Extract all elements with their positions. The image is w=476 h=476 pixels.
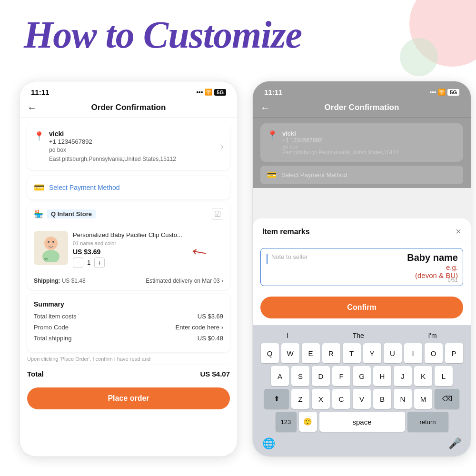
right-remarks-example: Baby name e.g. (devon & BU) bbox=[407, 252, 458, 279]
key-h[interactable]: H bbox=[373, 366, 391, 386]
left-total-label: Total bbox=[27, 370, 44, 378]
left-shipping-label: Shipping: bbox=[34, 278, 60, 284]
left-phone: 11:11 ▪▪▪ 🛜 5G ← Order Confirmation 📍 vi… bbox=[19, 81, 238, 457]
left-back-button[interactable]: ← bbox=[27, 102, 37, 113]
right-char-count: 0/51 bbox=[448, 277, 458, 283]
left-status-icons: ▪▪▪ 🛜 5G bbox=[196, 89, 226, 96]
key-d[interactable]: D bbox=[312, 366, 330, 386]
left-qty-minus[interactable]: − bbox=[73, 258, 83, 268]
right-keyboard: I The I'm Q W E R T Y U I O P A S D bbox=[253, 325, 471, 456]
key-mic[interactable]: 🎤 bbox=[448, 437, 461, 450]
key-emoji[interactable]: 🙂 bbox=[299, 412, 317, 432]
right-confirm-button[interactable]: Confirm bbox=[260, 297, 463, 318]
right-keyboard-suggestions: I The I'm bbox=[255, 329, 469, 343]
left-address-block[interactable]: 📍 vicki +1 1234567892 po box East pittsb… bbox=[27, 123, 230, 170]
key-n[interactable]: N bbox=[394, 389, 412, 409]
right-keyboard-bottom-row: 123 🙂 space return bbox=[255, 412, 469, 432]
key-globe[interactable]: 🌐 bbox=[262, 437, 275, 450]
left-address-arrow: › bbox=[221, 142, 223, 151]
right-signal-icon: ▪▪▪ bbox=[429, 89, 436, 96]
right-nav-bar: ← Order Confirmation bbox=[253, 99, 471, 118]
key-t[interactable]: T bbox=[343, 343, 361, 363]
key-a[interactable]: A bbox=[271, 366, 289, 386]
right-suggestion-the[interactable]: The bbox=[353, 332, 364, 339]
right-text-cursor bbox=[267, 254, 268, 264]
key-y[interactable]: Y bbox=[363, 343, 381, 363]
bg-circle-green bbox=[400, 38, 438, 76]
right-address-text: vicki +1 1234567892 po box East pittsbur… bbox=[282, 130, 399, 155]
right-suggestion-im[interactable]: I'm bbox=[428, 332, 436, 339]
key-q[interactable]: Q bbox=[261, 343, 279, 363]
left-qty-value: 1 bbox=[87, 259, 90, 266]
key-r[interactable]: R bbox=[322, 343, 340, 363]
left-promo-label: Promo Code bbox=[34, 324, 69, 331]
left-summary-promo[interactable]: Promo Code Enter code here › bbox=[34, 324, 223, 331]
key-g[interactable]: G bbox=[353, 366, 371, 386]
key-z[interactable]: Z bbox=[291, 389, 309, 409]
right-phone: 11:11 ▪▪▪ 🛜 5G ← Order Confirmation 📍 vi… bbox=[252, 81, 471, 457]
left-payment-block[interactable]: 💳 Select Payment Method bbox=[27, 176, 230, 199]
right-back-button[interactable]: ← bbox=[260, 102, 270, 113]
key-p[interactable]: P bbox=[445, 343, 463, 363]
key-delete[interactable]: ⌫ bbox=[435, 389, 459, 409]
key-w[interactable]: W bbox=[281, 343, 299, 363]
left-place-order-button[interactable]: Place order bbox=[27, 387, 230, 409]
right-status-bar: 11:11 ▪▪▪ 🛜 5G bbox=[253, 81, 471, 99]
right-keyboard-row1: Q W E R T Y U I O P bbox=[255, 343, 469, 363]
key-l[interactable]: L bbox=[435, 366, 453, 386]
right-address-arrow: › bbox=[404, 139, 406, 147]
left-store-name: Q Infant Store bbox=[47, 209, 96, 218]
key-x[interactable]: X bbox=[312, 389, 330, 409]
key-num[interactable]: 123 bbox=[276, 412, 297, 432]
right-keyboard-row2: A S D F G H J K L bbox=[255, 366, 469, 386]
right-remarks-close-button[interactable]: × bbox=[456, 226, 461, 237]
key-v[interactable]: V bbox=[353, 389, 371, 409]
key-space[interactable]: space bbox=[319, 412, 405, 432]
key-c[interactable]: C bbox=[332, 389, 350, 409]
left-store-header: 🏪 Q Infant Store ☑ bbox=[27, 203, 230, 225]
key-e[interactable]: E bbox=[302, 343, 320, 363]
key-f[interactable]: F bbox=[332, 366, 350, 386]
left-summary-item-costs: Total item costs US $3.69 bbox=[34, 313, 223, 320]
left-battery-icon: 5G bbox=[214, 89, 226, 96]
key-k[interactable]: K bbox=[414, 366, 432, 386]
svg-point-0 bbox=[44, 237, 58, 250]
right-nav-title: Order Confirmation bbox=[325, 103, 399, 112]
left-wifi-icon: 🛜 bbox=[205, 89, 212, 96]
left-total-shipping-label: Total shipping bbox=[34, 335, 72, 342]
left-address-text: vicki +1 1234567892 po box East pittsbur… bbox=[49, 130, 216, 163]
left-total-shipping-val: US $0.48 bbox=[198, 335, 223, 342]
left-qty-plus[interactable]: + bbox=[94, 258, 105, 268]
key-j[interactable]: J bbox=[394, 366, 412, 386]
right-wifi-icon: 🛜 bbox=[438, 89, 446, 96]
svg-point-2 bbox=[48, 241, 50, 243]
left-address-line1: po box bbox=[49, 146, 216, 154]
key-m[interactable]: M bbox=[414, 389, 432, 409]
left-address-phone: +1 1234567892 bbox=[49, 138, 216, 145]
svg-text:65: 65 bbox=[44, 257, 48, 261]
key-b[interactable]: B bbox=[373, 389, 391, 409]
left-disclaimer: Upon clicking 'Place Order', I confirm I… bbox=[27, 356, 230, 362]
key-return[interactable]: return bbox=[407, 412, 448, 432]
left-summary-block: Summary Total item costs US $3.69 Promo … bbox=[27, 294, 230, 352]
left-promo-val[interactable]: Enter code here › bbox=[176, 324, 223, 331]
left-product-image: 65 bbox=[34, 231, 68, 265]
key-u[interactable]: U bbox=[384, 343, 402, 363]
key-shift[interactable]: ⬆ bbox=[264, 389, 289, 409]
right-remarks-input-area[interactable]: Note to seller Baby name e.g. (devon & B… bbox=[260, 248, 463, 286]
left-note-icon[interactable]: ☑ bbox=[212, 208, 223, 220]
left-nav-title: Order Confirmation bbox=[91, 103, 166, 112]
key-s[interactable]: S bbox=[291, 366, 309, 386]
right-note-placeholder: Note to seller bbox=[271, 253, 308, 260]
left-payment-label: Select Payment Method bbox=[49, 184, 120, 191]
left-delivery-date: Estimated delivery on Mar 03 › bbox=[146, 278, 223, 284]
right-address-name: vicki bbox=[282, 130, 399, 137]
right-location-icon: 📍 bbox=[267, 130, 278, 140]
right-address-block: 📍 vicki +1 1234567892 po box East pittsb… bbox=[260, 123, 463, 162]
left-item-costs-label: Total item costs bbox=[34, 313, 77, 320]
right-battery-icon: 5G bbox=[447, 89, 459, 96]
key-o[interactable]: O bbox=[425, 343, 443, 363]
key-i[interactable]: I bbox=[404, 343, 422, 363]
left-nav-bar: ← Order Confirmation bbox=[20, 99, 238, 118]
right-suggestion-i[interactable]: I bbox=[287, 332, 288, 339]
